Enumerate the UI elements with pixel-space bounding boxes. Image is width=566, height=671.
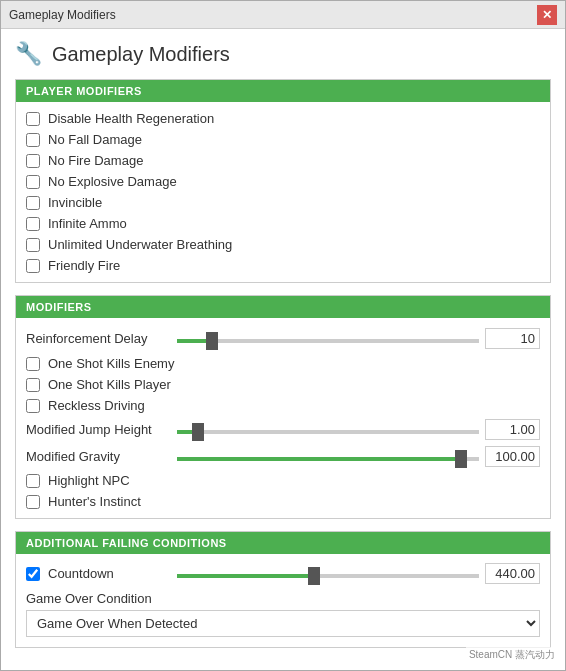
label-friendly-fire: Friendly Fire [48,258,120,273]
gravity-slider-wrapper [177,449,479,464]
additional-failing-section: ADDITIONAL FAILING CONDITIONS Countdown … [15,531,551,648]
label-reckless-driving: Reckless Driving [48,398,145,413]
modifiers-section: MODIFIERS Reinforcement Delay 10 One Sho… [15,295,551,519]
label-hunters-instinct: Hunter's Instinct [48,494,141,509]
label-no-explosive-damage: No Explosive Damage [48,174,177,189]
player-modifier-row-infinite-ammo: Infinite Ammo [26,213,540,234]
checkbox-friendly-fire[interactable] [26,259,40,273]
main-window: Gameplay Modifiers ✕ 🔧 Gameplay Modifier… [0,0,566,671]
gravity-value: 100.00 [485,446,540,467]
player-modifiers-body: Disable Health RegenerationNo Fall Damag… [16,102,550,282]
checkbox-disable-health-regen[interactable] [26,112,40,126]
countdown-slider[interactable] [177,574,479,578]
wrench-icon: 🔧 [15,41,42,67]
gravity-label: Modified Gravity [26,449,120,464]
checkbox-no-explosive-damage[interactable] [26,175,40,189]
gravity-row: Modified Gravity 100.00 [26,443,540,470]
gravity-slider[interactable] [177,457,479,461]
modifiers-body: Reinforcement Delay 10 One Shot Kills En… [16,318,550,518]
title-bar: Gameplay Modifiers ✕ [1,1,565,29]
jump-height-row: Modified Jump Height 1.00 [26,416,540,443]
page-header: 🔧 Gameplay Modifiers [15,41,551,67]
player-modifier-row-unlimited-underwater-breathing: Unlimited Underwater Breathing [26,234,540,255]
countdown-checkbox[interactable] [26,567,40,581]
label-highlight-npc: Highlight NPC [48,473,130,488]
checkbox-hunters-instinct[interactable] [26,495,40,509]
reinforcement-delay-slider-wrapper [177,331,479,346]
page-title: Gameplay Modifiers [52,43,230,66]
label-unlimited-underwater-breathing: Unlimited Underwater Breathing [48,237,232,252]
additional-failing-body: Countdown 440.00 Game Over Condition Gam… [16,554,550,647]
modifier-late-row-hunters-instinct: Hunter's Instinct [26,491,540,512]
modifier-row-one-shot-kills-enemy: One Shot Kills Enemy [26,353,540,374]
reinforcement-delay-row: Reinforcement Delay 10 [26,324,540,353]
player-modifier-row-no-explosive-damage: No Explosive Damage [26,171,540,192]
modifier-late-row-highlight-npc: Highlight NPC [26,470,540,491]
additional-failing-header: ADDITIONAL FAILING CONDITIONS [16,532,550,554]
modifier-row-one-shot-kills-player: One Shot Kills Player [26,374,540,395]
content-area: 🔧 Gameplay Modifiers PLAYER MODIFIERS Di… [1,29,565,670]
player-modifier-row-invincible: Invincible [26,192,540,213]
label-invincible: Invincible [48,195,102,210]
watermark: SteamCN 蒸汽动力 [466,647,558,663]
player-modifiers-section: PLAYER MODIFIERS Disable Health Regenera… [15,79,551,283]
countdown-row: Countdown 440.00 [26,560,540,587]
game-over-select[interactable]: Game Over When DetectedGame Over When Ki… [26,610,540,637]
title-bar-text: Gameplay Modifiers [9,8,116,22]
jump-height-label: Modified Jump Height [26,422,152,437]
player-modifier-row-disable-health-regen: Disable Health Regeneration [26,108,540,129]
checkbox-one-shot-kills-player[interactable] [26,378,40,392]
checkbox-no-fall-damage[interactable] [26,133,40,147]
modifiers-late-checkbox-body: Highlight NPCHunter's Instinct [26,470,540,512]
checkbox-invincible[interactable] [26,196,40,210]
checkbox-reckless-driving[interactable] [26,399,40,413]
close-button[interactable]: ✕ [537,5,557,25]
jump-height-label-container: Modified Jump Height [26,422,171,437]
modifiers-header: MODIFIERS [16,296,550,318]
reinforcement-delay-slider[interactable] [177,339,479,343]
checkbox-unlimited-underwater-breathing[interactable] [26,238,40,252]
checkbox-infinite-ammo[interactable] [26,217,40,231]
checkbox-no-fire-damage[interactable] [26,154,40,168]
player-modifier-row-no-fall-damage: No Fall Damage [26,129,540,150]
jump-height-slider-wrapper [177,422,479,437]
modifiers-checkbox-body: One Shot Kills EnemyOne Shot Kills Playe… [26,353,540,416]
label-one-shot-kills-player: One Shot Kills Player [48,377,171,392]
countdown-label-container: Countdown [26,566,171,581]
player-modifier-row-friendly-fire: Friendly Fire [26,255,540,276]
jump-height-slider[interactable] [177,430,479,434]
gravity-label-container: Modified Gravity [26,449,171,464]
game-over-select-row: Game Over When DetectedGame Over When Ki… [26,608,540,641]
label-one-shot-kills-enemy: One Shot Kills Enemy [48,356,174,371]
reinforcement-delay-value: 10 [485,328,540,349]
countdown-label: Countdown [48,566,114,581]
player-modifier-row-no-fire-damage: No Fire Damage [26,150,540,171]
modifier-row-reckless-driving: Reckless Driving [26,395,540,416]
countdown-value: 440.00 [485,563,540,584]
player-modifiers-header: PLAYER MODIFIERS [16,80,550,102]
label-no-fire-damage: No Fire Damage [48,153,143,168]
label-disable-health-regen: Disable Health Regeneration [48,111,214,126]
game-over-condition-label: Game Over Condition [26,587,540,608]
label-infinite-ammo: Infinite Ammo [48,216,127,231]
jump-height-value: 1.00 [485,419,540,440]
reinforcement-delay-label: Reinforcement Delay [26,331,171,346]
checkbox-highlight-npc[interactable] [26,474,40,488]
checkbox-one-shot-kills-enemy[interactable] [26,357,40,371]
countdown-slider-wrapper [177,566,479,581]
label-no-fall-damage: No Fall Damage [48,132,142,147]
